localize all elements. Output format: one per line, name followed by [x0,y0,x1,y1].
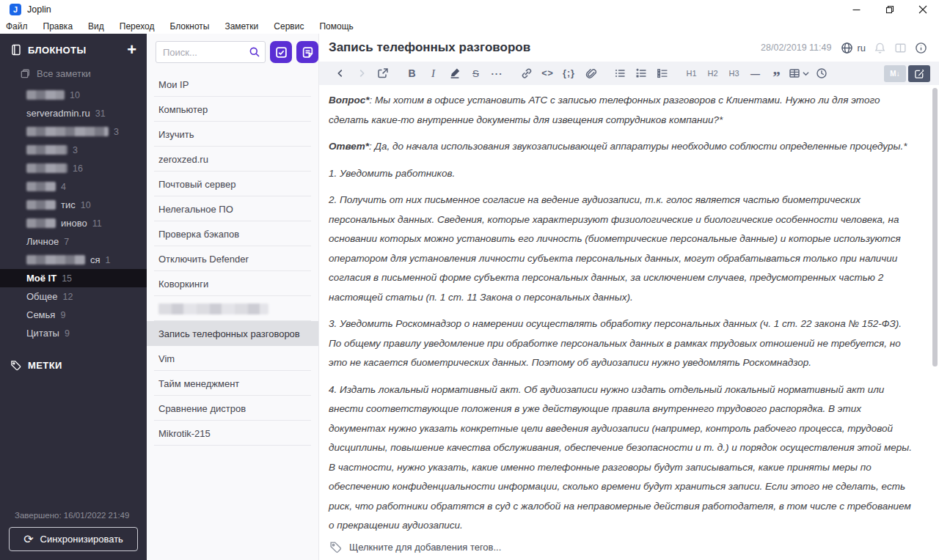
attach-file-button[interactable] [581,65,599,82]
editor-scrollbar-thumb[interactable] [932,88,938,366]
menu-item-1[interactable]: Правка [43,21,73,32]
blockquote-button[interactable]: ” [767,62,786,86]
note-title: zeroxzed.ru [158,154,208,165]
note-title: Отключить Defender [158,254,249,265]
more-formatting-button[interactable]: ··· [488,65,506,82]
app-title: Joplin [27,4,51,15]
tag-bar[interactable]: Щелкните для добавления тегов... [319,534,939,560]
note-list-item[interactable]: Vim [147,346,318,371]
heading1-button[interactable]: H1 [682,65,701,82]
heading3-button[interactable]: H3 [725,65,743,82]
menu-item-3[interactable]: Переход [120,21,155,32]
menu-item-0[interactable]: Файл [6,21,28,32]
spellcheck-locale[interactable]: ru [857,43,866,54]
menu-item-7[interactable]: Помощь [319,21,353,32]
editor-header: Запись телефонных разговоров 28/02/2019 … [319,34,939,62]
sidebar-notebook-item[interactable]: 4 [0,177,147,196]
numbered-list-icon [635,67,647,79]
bold-button[interactable]: B [403,65,421,82]
forward-button[interactable] [352,65,370,82]
note-paragraph: 2. Получить от них письменное согласие н… [329,191,917,307]
note-title: Тайм менеджмент [158,378,239,389]
note-list-item[interactable]: Коворкинги [147,271,318,296]
note-list-item[interactable]: Отключить Defender [147,246,318,271]
bulleted-list-button[interactable] [610,65,629,82]
checkbox-list-button[interactable] [653,65,671,82]
pen-button[interactable] [445,65,464,82]
external-link-icon [377,67,389,79]
external-edit-button[interactable] [373,65,392,82]
notebook-count: 12 [63,292,73,302]
note-list-item[interactable] [147,296,318,321]
sidebar-notebook-item[interactable]: 10 [0,86,147,104]
globe-icon[interactable] [841,42,853,54]
sidebar-notebook-item[interactable]: Цитаты9 [0,324,147,342]
note-title-heading[interactable]: Запись телефонных разговоров [329,40,530,55]
all-notes-item[interactable]: Все заметки [0,64,147,84]
editor-toggle-button[interactable] [908,65,930,82]
note-list-item[interactable]: Компьютер [147,97,318,122]
notebooks-header-label: БЛОКНОТЫ [28,45,87,56]
menu-bar: ФайлПравкаВидПереходБлокнотыЗаметкиСерви… [0,19,939,34]
code-block-button[interactable]: {;} [560,65,578,82]
sidebar-notebook-item[interactable]: 3 [0,141,147,159]
new-note-button[interactable] [296,41,318,63]
layout-split-icon[interactable] [894,42,907,54]
note-list-item[interactable]: zeroxzed.ru [147,147,318,172]
markdown-toggle-button[interactable]: M↓ [884,65,906,82]
sidebar-notebook-item[interactable]: Общее12 [0,287,147,306]
note-list-item[interactable]: Тайм менеджмент [147,371,318,396]
note-title: Коворкинги [158,279,208,290]
note-list-item[interactable]: Запись телефонных разговоров [147,321,318,346]
sync-status: Завершено: 16/01/2022 21:49 [0,511,147,527]
sync-button-label: Синхронизировать [40,534,123,545]
strikethrough-button[interactable]: S [467,65,485,82]
note-list-item[interactable]: Изучить [147,122,318,147]
note-list-item[interactable]: Мои IP [147,72,318,97]
menu-item-4[interactable]: Блокноты [169,21,209,32]
notebook-count: 31 [95,108,106,119]
sidebar-notebook-item[interactable]: ся1 [0,251,147,269]
note-list-item[interactable]: Mikrotik-215 [147,421,318,446]
italic-button[interactable]: I [424,65,442,82]
heading2-button[interactable]: H2 [704,65,722,82]
chevron-left-icon [335,68,346,78]
menu-item-6[interactable]: Сервис [274,21,304,32]
sidebar-notebook-item[interactable]: Семья9 [0,306,147,324]
sidebar-notebook-item[interactable]: Моё IT15 [0,269,147,287]
insert-datetime-button[interactable] [812,65,830,82]
note-properties-info-icon[interactable] [915,42,927,54]
search-box [156,41,266,63]
note-title: Запись телефонных разговоров [158,328,300,339]
numbered-list-button[interactable] [632,65,650,82]
sidebar-notebook-item[interactable]: 16 [0,159,147,177]
bulleted-list-icon [614,67,626,79]
clock-icon [816,67,827,79]
restore-button[interactable] [873,0,906,19]
add-notebook-button[interactable]: + [127,45,136,55]
inline-code-button[interactable]: <> [538,65,557,82]
hyperlink-button[interactable] [517,65,536,82]
restore-icon [885,5,894,14]
note-paragraph: Вопрос*: Мы хотим в офисе установить АТС… [329,91,917,130]
horizontal-rule-button[interactable]: — [746,65,764,82]
back-button[interactable] [331,65,349,82]
sidebar-notebook-item[interactable]: Личное7 [0,232,147,251]
note-list-item[interactable]: Нелегальное ПО [147,196,318,221]
insert-table-button[interactable] [789,65,809,82]
note-list-item[interactable]: Сравнение дистров [147,396,318,421]
minimize-button[interactable] [840,0,873,19]
synchronise-button[interactable]: ⟳ Синхронизировать [9,527,138,551]
note-list-item[interactable]: Проверка бэкапов [147,221,318,246]
menu-item-2[interactable]: Вид [88,21,104,32]
note-list-item[interactable]: Почтовый сервер [147,172,318,196]
new-todo-button[interactable] [270,41,292,63]
alarm-bell-icon[interactable] [874,42,886,54]
table-icon [789,67,800,79]
sidebar-notebook-item[interactable]: 3 [0,122,147,141]
sidebar-notebook-item[interactable]: serveradmin.ru31 [0,104,147,122]
sidebar-notebook-item[interactable]: иново11 [0,214,147,232]
sidebar-notebook-item[interactable]: тис10 [0,196,147,214]
close-button[interactable] [906,0,939,19]
menu-item-5[interactable]: Заметки [224,21,258,32]
